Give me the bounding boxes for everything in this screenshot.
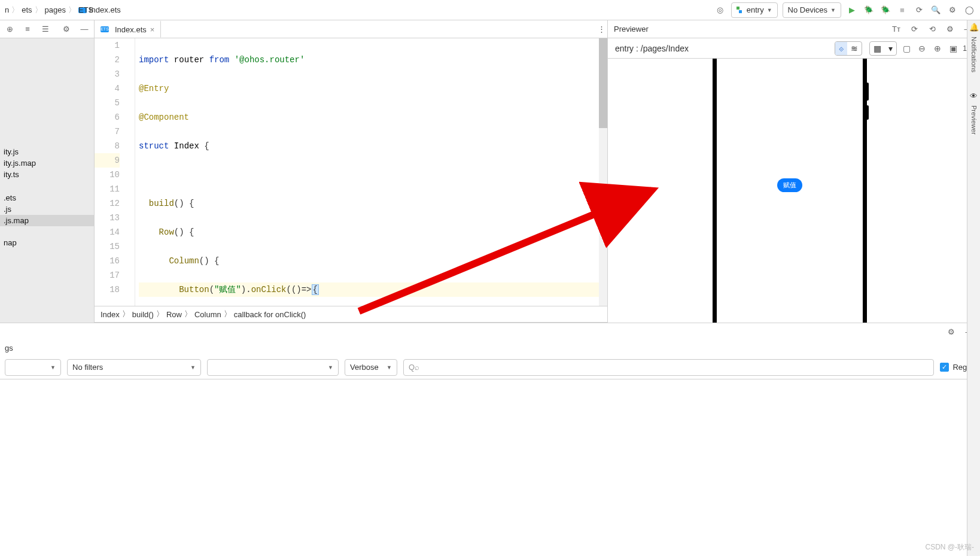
debug-button[interactable]: 🪲 bbox=[863, 4, 875, 16]
code-editor[interactable]: ✔ 123 456 78 9 101112 131415 161718 impo… bbox=[95, 38, 607, 306]
toolbar-right: ◎ entry ▼ No Devices ▼ ▶ 🪲 🪲 ■ ⟳ 🔍 ⚙ ◯ bbox=[714, 2, 975, 18]
editor-scrollbar[interactable] bbox=[599, 38, 607, 306]
module-icon bbox=[736, 7, 744, 14]
log-search[interactable]: Q⌕ bbox=[403, 359, 934, 376]
locate-icon[interactable]: ⟐ bbox=[835, 42, 847, 55]
inspect-group[interactable]: ⟐ ≋ bbox=[835, 41, 862, 56]
line-gutter: 123 456 78 9 101112 131415 161718 bbox=[95, 38, 127, 306]
ets-file-icon: ETS bbox=[101, 26, 109, 32]
previewer-tab[interactable]: Previewer bbox=[970, 105, 978, 135]
bell-icon[interactable]: 🔔 bbox=[969, 23, 979, 32]
device-label: No Devices bbox=[788, 5, 827, 14]
layers-icon[interactable]: ≋ bbox=[847, 42, 862, 55]
zoom-out-icon[interactable]: ⊖ bbox=[916, 42, 928, 54]
previewer-title: Previewer bbox=[614, 25, 649, 34]
preview-canvas: 赋值 bbox=[608, 59, 980, 323]
process-filter[interactable]: ▼ bbox=[207, 359, 339, 376]
log-tab[interactable]: gs bbox=[5, 344, 13, 353]
chevron-down-icon[interactable]: ▾ bbox=[885, 42, 896, 55]
crumb-2[interactable]: ets bbox=[22, 5, 32, 14]
stop-button: ■ bbox=[896, 4, 908, 16]
notifications-tab[interactable]: Notifications bbox=[970, 37, 978, 72]
hide-icon[interactable]: — bbox=[78, 23, 90, 35]
ets-file-icon: ETS bbox=[78, 7, 87, 13]
filter-select[interactable]: No filters▼ bbox=[67, 359, 201, 376]
checkbox-checked-icon[interactable]: ✓ bbox=[940, 363, 949, 372]
run-config-label: entry bbox=[747, 5, 764, 14]
search-icon[interactable]: 🔍 bbox=[930, 4, 942, 16]
expand-icon[interactable]: ☰ bbox=[39, 23, 51, 35]
editor-tab-bar: ETS Index.ets × ⋮ bbox=[95, 20, 607, 38]
more-icon[interactable]: ⋮ bbox=[595, 23, 607, 35]
file-item[interactable]: nap bbox=[0, 237, 94, 248]
grid-icon[interactable]: ▦ bbox=[870, 42, 885, 55]
fit-icon[interactable]: ▣ bbox=[947, 42, 959, 54]
crumb-1[interactable]: n bbox=[5, 5, 9, 14]
file-item[interactable]: ity.js bbox=[0, 146, 94, 157]
collapse-icon[interactable]: ≡ bbox=[22, 23, 34, 35]
previewer-panel: Previewer Tт ⟳ ⟲ ⚙ — entry : /pages/Inde… bbox=[607, 20, 980, 323]
eye-icon[interactable]: 👁 bbox=[970, 92, 978, 101]
log-settings-icon[interactable]: ⚙ bbox=[945, 326, 957, 338]
top-toolbar: n〉 ets〉 pages〉 ETS Index.ets ◎ entry ▼ N… bbox=[0, 0, 980, 20]
tab-label: Index.ets bbox=[115, 25, 147, 34]
run-config-combo[interactable]: entry ▼ bbox=[731, 2, 778, 18]
crumb-file[interactable]: Index.ets bbox=[89, 5, 121, 14]
gear-icon[interactable]: ⚙ bbox=[60, 23, 72, 35]
file-list[interactable]: ity.js ity.js.map ity.ts .ets .js .js.ma… bbox=[0, 38, 94, 323]
device-combo[interactable]: No Devices ▼ bbox=[783, 2, 841, 18]
user-icon[interactable]: ◯ bbox=[963, 4, 975, 16]
right-toolwindow-rail: 🔔 Notifications 👁 Previewer bbox=[967, 20, 980, 556]
editor-tab[interactable]: ETS Index.ets × bbox=[95, 20, 161, 38]
zoom-in-icon[interactable]: ⊕ bbox=[932, 42, 944, 54]
new-window-icon[interactable]: ⊕ bbox=[4, 23, 16, 35]
log-panel: ⚙ — gs ▼ No filters▼ ▼ Verbose▼ Q⌕ ✓ Reg… bbox=[0, 323, 980, 379]
editor-column: ETS Index.ets × ⋮ ✔ 123 456 78 9 101112 … bbox=[95, 20, 607, 323]
previewer-entry: entry : /pages/Index bbox=[615, 44, 689, 53]
file-item[interactable]: .ets bbox=[0, 192, 94, 203]
run-button[interactable]: ▶ bbox=[846, 4, 858, 16]
file-item-selected[interactable]: .js.map bbox=[0, 215, 94, 226]
file-item[interactable]: .js bbox=[0, 203, 94, 215]
settings-icon[interactable]: ⚙ bbox=[946, 4, 958, 16]
font-icon[interactable]: Tт bbox=[890, 23, 902, 35]
project-pane: ⊕ ≡ ☰ ⚙ — ity.js ity.js.map ity.ts .ets … bbox=[0, 20, 95, 323]
level-filter[interactable]: Verbose▼ bbox=[345, 359, 397, 376]
device-filter[interactable]: ▼ bbox=[5, 359, 61, 376]
file-item[interactable]: ity.ts bbox=[0, 169, 94, 180]
file-item[interactable]: ity.js.map bbox=[0, 157, 94, 169]
close-icon[interactable]: × bbox=[150, 25, 155, 34]
structure-breadcrumb[interactable]: Index〉 build()〉 Row〉 Column〉 callback fo… bbox=[95, 306, 607, 323]
preview-button[interactable]: 赋值 bbox=[777, 178, 802, 192]
code-area[interactable]: import router from '@ohos.router' @Entry… bbox=[135, 38, 607, 306]
fold-strip[interactable] bbox=[127, 38, 135, 306]
target-icon[interactable]: ◎ bbox=[714, 4, 726, 16]
scrollbar-thumb[interactable] bbox=[599, 38, 607, 128]
rotate-icon[interactable]: ⟲ bbox=[926, 23, 938, 35]
crumb-3[interactable]: pages bbox=[45, 5, 66, 14]
grid-group[interactable]: ▦ ▾ bbox=[869, 41, 897, 56]
refresh-icon[interactable]: ⟳ bbox=[908, 23, 920, 35]
main-area: ⊕ ≡ ☰ ⚙ — ity.js ity.js.map ity.ts .ets … bbox=[0, 20, 980, 323]
sync-button[interactable]: ⟳ bbox=[913, 4, 925, 16]
coverage-button[interactable]: 🪲 bbox=[879, 4, 891, 16]
path-breadcrumb: n〉 ets〉 pages〉 ETS Index.ets bbox=[5, 5, 121, 16]
search-icon: Q⌕ bbox=[409, 363, 419, 372]
device-frame: 赋值 bbox=[713, 59, 867, 323]
log-filter-row: ▼ No filters▼ ▼ Verbose▼ Q⌕ ✓ Regex bbox=[0, 356, 980, 379]
bracket-match: { bbox=[312, 284, 319, 295]
watermark: CSDN @-耿瑞- bbox=[925, 542, 974, 552]
previewer-settings-icon[interactable]: ⚙ bbox=[944, 23, 956, 35]
crop-icon[interactable]: ▢ bbox=[900, 42, 912, 54]
